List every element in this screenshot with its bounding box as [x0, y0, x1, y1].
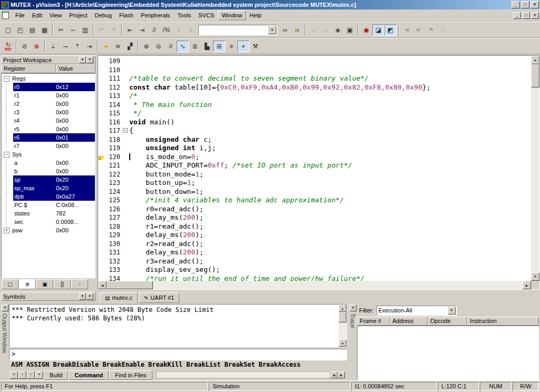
find-button[interactable]: ∞: [279, 24, 291, 36]
code-line-115[interactable]: 115 */: [98, 109, 531, 118]
workspace-tab-templates[interactable]: ▫: [71, 279, 88, 289]
mdi-document-icon[interactable]: [2, 12, 9, 19]
line-number[interactable]: 132: [104, 257, 122, 266]
symbols-close-button[interactable]: ✕: [86, 293, 93, 300]
tab-nav-0-icon[interactable]: «: [10, 371, 18, 379]
code-line-134[interactable]: 134 /*run it until the end of time and p…: [98, 275, 531, 281]
line-number[interactable]: 134: [104, 275, 122, 281]
code-line-110[interactable]: 110: [98, 66, 531, 75]
code-line-125[interactable]: 125 /*init 4 variables to handle adc app…: [98, 196, 531, 205]
fold-margin[interactable]: [122, 83, 129, 92]
trace-table-body[interactable]: [357, 326, 539, 380]
register-row-sp[interactable]: sp0x20: [2, 175, 95, 184]
print-button[interactable]: ▣: [344, 24, 356, 36]
flag-clear-button[interactable]: ⚐: [437, 24, 449, 36]
scroll-up-icon[interactable]: ▲: [531, 56, 539, 64]
fold-margin[interactable]: [122, 57, 129, 66]
register-row-a[interactable]: a0x00: [2, 159, 95, 167]
tree-toggle-icon[interactable]: +: [4, 228, 9, 233]
command-input-line[interactable]: >: [9, 349, 347, 360]
menu-svcs[interactable]: SVCS: [195, 11, 218, 20]
line-number[interactable]: 117: [104, 126, 122, 135]
scroll-track[interactable]: [531, 64, 539, 272]
performance-analyzer-button[interactable]: ▙: [201, 41, 213, 52]
scroll-down-icon[interactable]: ▼: [531, 272, 539, 281]
unindent-button[interactable]: ⇤: [124, 24, 136, 36]
output-close-button[interactable]: ✕: [2, 305, 8, 311]
register-row-r3[interactable]: r30x00: [2, 108, 95, 116]
copy-button[interactable]: ▫▫: [67, 24, 79, 36]
line-number[interactable]: 116: [104, 118, 122, 127]
line-number[interactable]: 121: [104, 161, 122, 170]
fold-margin[interactable]: [122, 118, 129, 127]
fold-margin[interactable]: [122, 222, 129, 231]
trace-column-address[interactable]: Address: [390, 317, 428, 326]
fold-margin[interactable]: −: [122, 126, 129, 135]
line-margin[interactable]: [98, 231, 104, 240]
step-into-button[interactable]: ⇣: [47, 41, 59, 52]
fold-margin[interactable]: [122, 144, 129, 153]
scroll-track[interactable]: [156, 371, 330, 378]
menu-window[interactable]: Window: [218, 11, 246, 20]
halt-button[interactable]: ⊗: [31, 41, 43, 52]
code-line-123[interactable]: 123 button_up=1;: [98, 179, 531, 188]
mdi-restore-button[interactable]: □: [522, 12, 530, 19]
fold-margin[interactable]: [122, 66, 129, 75]
workspace-menu-button[interactable]: ▾: [79, 56, 86, 63]
code-line-113[interactable]: 113/*: [98, 92, 531, 101]
editor-tab-uart-1[interactable]: ✎UART #1: [139, 292, 179, 303]
line-margin[interactable]: [98, 57, 104, 66]
memory-window-button[interactable]: ⊞: [213, 41, 225, 52]
line-number[interactable]: 111: [104, 74, 122, 83]
workspace-tab-files[interactable]: ▢: [2, 279, 18, 289]
code-area[interactable]: 109110111/*table to convert decimal to s…: [98, 56, 531, 281]
output-scrollbar[interactable]: ▲ ▼: [339, 305, 346, 347]
register-row-psw[interactable]: +psw0x00: [2, 226, 95, 234]
fold-margin[interactable]: [122, 205, 129, 214]
trace-column-frame[interactable]: Frame #: [357, 317, 390, 326]
fold-collapse-icon[interactable]: −: [123, 128, 128, 133]
title-bar[interactable]: MUTEX - µVision3 - [H:\Article\Engineeri…: [0, 0, 540, 9]
uncomment-button[interactable]: /%: [160, 24, 172, 36]
workspace-title-bar[interactable]: Project Workspace ▾ ✕: [1, 55, 95, 64]
line-number[interactable]: 133: [104, 266, 122, 275]
mdi-close-button[interactable]: ✕: [531, 12, 539, 19]
output-tab-scrollbar[interactable]: ◀▶: [156, 371, 345, 379]
bookmark-button[interactable]: ◈: [332, 24, 344, 36]
line-margin[interactable]: [98, 275, 104, 281]
code-line-112[interactable]: 112const char table[10]={0xC0,0xF9,0xA4,…: [98, 83, 531, 92]
scroll-track[interactable]: [107, 281, 523, 289]
toolbox-button[interactable]: ⚒: [249, 41, 262, 52]
mdi-minimize-button[interactable]: _: [513, 12, 521, 19]
code-line-128[interactable]: 128 r1=read_adc();: [98, 222, 531, 231]
code-line-120[interactable]: 120 is_mode_on=0;: [98, 153, 531, 162]
scroll-track[interactable]: [339, 312, 346, 339]
output-tab-find-in-files[interactable]: Find in Files: [109, 370, 152, 380]
menu-debug[interactable]: Debug: [91, 11, 115, 20]
line-number[interactable]: 126: [104, 205, 122, 214]
scroll-thumb[interactable]: [531, 64, 539, 87]
editor-vertical-scrollbar[interactable]: ▲ ▼: [531, 56, 539, 281]
line-number[interactable]: 129: [104, 231, 122, 240]
fold-margin[interactable]: [122, 161, 129, 170]
workspace-tab-books[interactable]: ▣: [36, 279, 53, 289]
line-number[interactable]: 113: [104, 92, 122, 101]
fold-margin[interactable]: [122, 170, 129, 179]
filter-combobox[interactable]: Execution-All ▼: [377, 306, 457, 316]
tab-nav-2-icon[interactable]: ›: [27, 371, 35, 379]
dropdown-arrow-icon[interactable]: ▼: [268, 26, 276, 34]
save-file-button[interactable]: ▤: [26, 24, 38, 36]
find-text-combobox[interactable]: ▼: [198, 25, 277, 35]
zoom-out-button[interactable]: ⊖: [152, 41, 165, 52]
line-margin[interactable]: [98, 257, 104, 266]
code-line-117[interactable]: 117−{: [98, 126, 531, 135]
scroll-thumb[interactable]: [107, 281, 153, 289]
register-row-sys[interactable]: −Sys: [2, 150, 95, 159]
symbol-window-button[interactable]: ≣: [189, 41, 201, 52]
line-number[interactable]: 109: [104, 57, 122, 66]
save-all-button[interactable]: ▦: [38, 24, 51, 36]
menu-help[interactable]: Help: [246, 11, 265, 20]
tab-nav-1-icon[interactable]: ‹: [18, 371, 26, 379]
code-coverage-button[interactable]: #: [165, 41, 177, 52]
register-row-sp-max[interactable]: sp_max0x20: [2, 184, 95, 192]
